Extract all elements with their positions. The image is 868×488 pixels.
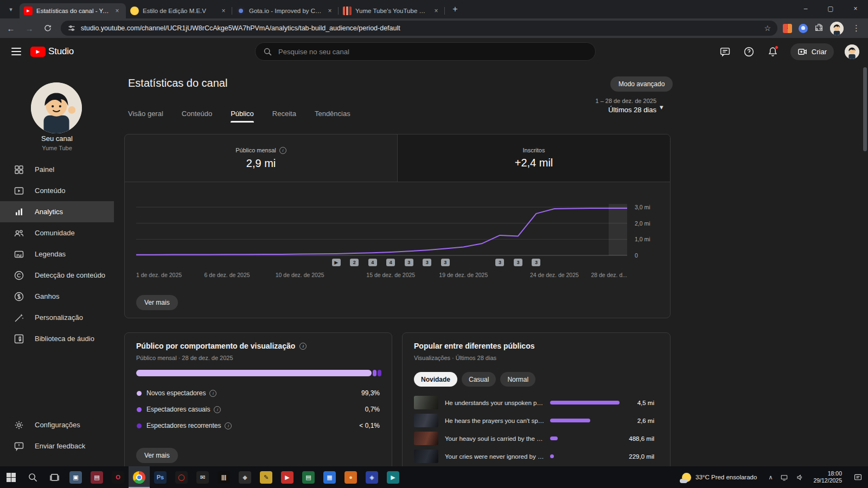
video-row[interactable]: He understands your unspoken pain. #j...… bbox=[403, 394, 670, 412]
extension-icon[interactable] bbox=[799, 24, 808, 33]
extensions-puzzle-icon[interactable] bbox=[814, 23, 824, 34]
taskbar-app-opera[interactable]: ◯ bbox=[171, 466, 192, 488]
start-button[interactable] bbox=[0, 466, 22, 488]
chip-casual[interactable]: Casual bbox=[462, 372, 496, 387]
taskbar-app-notes-app[interactable]: ✎ bbox=[256, 466, 277, 488]
taskbar-app-opera-gx[interactable]: O bbox=[107, 466, 129, 488]
minimize-button[interactable]: – bbox=[793, 0, 818, 17]
account-avatar[interactable] bbox=[845, 44, 859, 59]
sidebar-item-feedback[interactable]: Enviar feedback bbox=[0, 435, 114, 457]
video-published-marker[interactable]: 3 bbox=[441, 259, 450, 266]
address-bar[interactable]: studio.youtube.com/channel/UCR1jUW8rCcAk… bbox=[61, 21, 777, 36]
tab-receita[interactable]: Receita bbox=[272, 104, 296, 123]
scrollbar-thumb[interactable] bbox=[863, 67, 867, 151]
sidebar-item-customization[interactable]: Personalização bbox=[0, 307, 114, 328]
youtube-studio-logo[interactable]: Studio bbox=[30, 46, 74, 57]
video-published-marker[interactable]: 3 bbox=[514, 259, 522, 266]
browser-tab[interactable]: Yume Tube's YouTube Statistic...× bbox=[339, 3, 445, 18]
info-icon[interactable]: i bbox=[299, 343, 307, 350]
video-published-marker[interactable]: 3 bbox=[423, 259, 431, 266]
video-row[interactable]: Your cries were never ignored by the On.… bbox=[403, 447, 670, 465]
taskbar-weather[interactable]: 33°C Pred ensolarado bbox=[674, 466, 764, 488]
taskbar-app-equalizer-app[interactable]: ||| bbox=[213, 466, 234, 488]
metric-tab-inscritos[interactable]: Inscritos +2,4 mil bbox=[397, 134, 670, 182]
taskbar-app-file-explorer[interactable]: ▣ bbox=[65, 466, 86, 488]
tab-close-icon[interactable]: × bbox=[432, 7, 441, 15]
taskbar-app-blue-app[interactable]: ◈ bbox=[361, 466, 382, 488]
tray-expand-icon[interactable]: ∧ bbox=[764, 466, 776, 488]
video-published-marker[interactable]: 2 bbox=[350, 259, 359, 266]
maximize-button[interactable]: ▢ bbox=[818, 0, 843, 17]
sidebar-item-audio[interactable]: Biblioteca de áudio bbox=[0, 328, 114, 349]
video-published-marker[interactable]: ▶ bbox=[332, 259, 341, 266]
taskbar-search-icon[interactable] bbox=[22, 466, 43, 488]
tab-close-icon[interactable]: × bbox=[326, 7, 334, 15]
video-published-marker[interactable]: 3 bbox=[495, 259, 504, 266]
advanced-mode-button[interactable]: Modo avançado bbox=[610, 76, 673, 92]
create-button[interactable]: Criar bbox=[790, 43, 834, 60]
taskbar-app-mail-app[interactable]: ✉ bbox=[192, 466, 213, 488]
video-row[interactable]: He hears the prayers you can't speak. #.… bbox=[403, 412, 670, 429]
tab-search-chevron-icon[interactable]: ▾ bbox=[3, 2, 18, 17]
browser-tab[interactable]: Estilo de Edição M.E.V× bbox=[126, 3, 232, 18]
chip-novidade[interactable]: Novidade bbox=[414, 372, 457, 387]
menu-hamburger-icon[interactable] bbox=[5, 41, 27, 62]
sidebar-item-analytics[interactable]: Analytics bbox=[0, 201, 114, 222]
taskbar-app-orange-app[interactable]: ● bbox=[340, 466, 361, 488]
sidebar-item-copyright[interactable]: Detecção de conteúdo bbox=[0, 265, 114, 286]
help-icon[interactable] bbox=[743, 45, 756, 58]
sidebar-item-community[interactable]: Comunidade bbox=[0, 222, 114, 243]
browser-tab[interactable]: Estatísticas do canal - YouTube× bbox=[20, 3, 126, 18]
close-button[interactable]: × bbox=[843, 0, 868, 17]
browser-menu-icon[interactable]: ⋮ bbox=[850, 23, 863, 33]
see-more-button[interactable]: Ver mais bbox=[136, 448, 178, 463]
taskbar-app-youtube-app[interactable]: ▶ bbox=[277, 466, 298, 488]
sidebar-item-content[interactable]: Conteúdo bbox=[0, 180, 114, 201]
tab-close-icon[interactable]: × bbox=[113, 7, 122, 15]
taskbar-app-dark-app[interactable]: ◆ bbox=[234, 466, 256, 488]
info-icon[interactable]: i bbox=[279, 147, 286, 154]
video-published-marker[interactable]: 3 bbox=[532, 259, 540, 266]
refresh-button[interactable] bbox=[40, 21, 55, 36]
taskbar-app-sheets-app[interactable]: ▤ bbox=[298, 466, 319, 488]
channel-avatar[interactable] bbox=[31, 82, 82, 133]
site-settings-icon[interactable] bbox=[67, 24, 76, 33]
sidebar-item-earn[interactable]: Ganhos bbox=[0, 286, 114, 307]
see-more-button[interactable]: Ver mais bbox=[136, 295, 178, 310]
sidebar-item-subtitles[interactable]: Legendas bbox=[0, 243, 114, 265]
video-published-marker[interactable]: 4 bbox=[368, 259, 377, 266]
feedback-history-icon[interactable] bbox=[719, 45, 732, 58]
bookmark-star-icon[interactable]: ☆ bbox=[764, 24, 771, 33]
info-icon[interactable]: i bbox=[225, 422, 232, 429]
video-published-marker[interactable]: 4 bbox=[386, 259, 395, 266]
search-input[interactable] bbox=[278, 48, 588, 56]
taskbar-app-chrome[interactable] bbox=[129, 466, 150, 488]
adblock-extension-icon[interactable] bbox=[783, 24, 792, 33]
task-view-icon[interactable] bbox=[43, 466, 65, 488]
tab-conteúdo[interactable]: Conteúdo bbox=[182, 104, 212, 123]
notification-center-icon[interactable] bbox=[847, 466, 868, 488]
browser-tab[interactable]: Gota.io - Improved by Camlan× bbox=[232, 3, 339, 18]
tab-visão-geral[interactable]: Visão geral bbox=[128, 104, 163, 123]
sidebar-item-settings[interactable]: Configurações bbox=[0, 414, 114, 435]
volume-icon[interactable] bbox=[792, 466, 808, 488]
chevron-down-icon[interactable]: ▾ bbox=[660, 103, 663, 111]
back-button[interactable]: ← bbox=[3, 21, 18, 36]
tab-público[interactable]: Público bbox=[231, 104, 254, 123]
chip-normal[interactable]: Normal bbox=[500, 372, 535, 387]
browser-profile-avatar[interactable] bbox=[830, 22, 844, 35]
forward-button[interactable]: → bbox=[22, 21, 37, 36]
taskbar-clock[interactable]: 18:00 29/12/2025 bbox=[808, 470, 847, 484]
taskbar-app-calendar-app[interactable]: ▦ bbox=[319, 466, 340, 488]
tab-close-icon[interactable]: × bbox=[219, 7, 228, 15]
taskbar-app-red-app[interactable]: ▤ bbox=[86, 466, 107, 488]
sidebar-item-dashboard[interactable]: Painel bbox=[0, 159, 114, 180]
video-published-marker[interactable]: 3 bbox=[405, 259, 413, 266]
info-icon[interactable]: i bbox=[209, 390, 216, 397]
notifications-bell-icon[interactable] bbox=[767, 45, 780, 58]
video-row[interactable]: Your heavy soul is carried by the One w.… bbox=[403, 429, 670, 447]
taskbar-app-video-app[interactable]: ▶ bbox=[382, 466, 404, 488]
info-icon[interactable]: i bbox=[214, 406, 221, 413]
channel-search[interactable] bbox=[255, 42, 596, 61]
tab-tendências[interactable]: Tendências bbox=[315, 104, 350, 123]
